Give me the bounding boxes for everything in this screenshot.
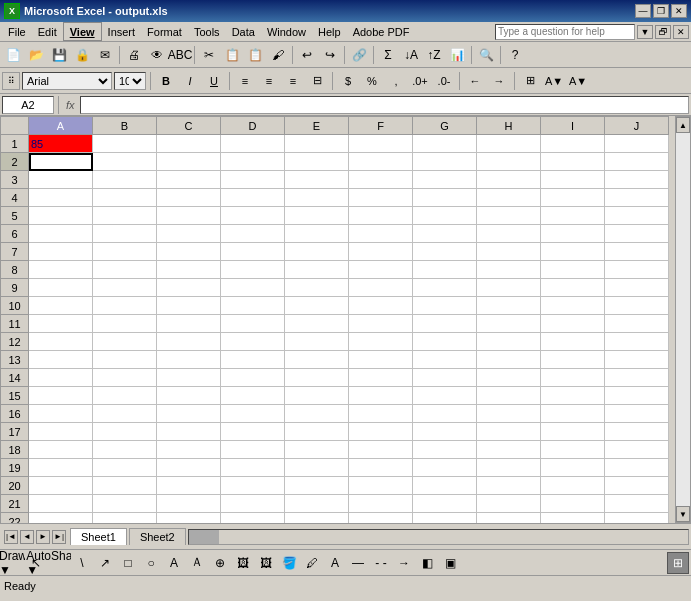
cell-E14[interactable] (285, 369, 349, 387)
cell-I2[interactable] (541, 153, 605, 171)
italic-button[interactable]: I (179, 71, 201, 91)
cell-B9[interactable] (93, 279, 157, 297)
cell-I7[interactable] (541, 243, 605, 261)
cell-C20[interactable] (157, 477, 221, 495)
cell-G10[interactable] (413, 297, 477, 315)
cell-I6[interactable] (541, 225, 605, 243)
cell-I8[interactable] (541, 261, 605, 279)
cell-J1[interactable] (605, 135, 669, 153)
cell-J5[interactable] (605, 207, 669, 225)
cell-E15[interactable] (285, 387, 349, 405)
cell-H1[interactable] (477, 135, 541, 153)
cell-H18[interactable] (477, 441, 541, 459)
cell-G11[interactable] (413, 315, 477, 333)
new-button[interactable]: 📄 (2, 44, 24, 66)
cell-E18[interactable] (285, 441, 349, 459)
comma-button[interactable]: , (385, 71, 407, 91)
cell-H20[interactable] (477, 477, 541, 495)
fill-color-button[interactable]: A▼ (543, 71, 565, 91)
cell-C4[interactable] (157, 189, 221, 207)
cell-F22[interactable] (349, 513, 413, 524)
cell-C21[interactable] (157, 495, 221, 513)
cell-J11[interactable] (605, 315, 669, 333)
menu-file[interactable]: File (2, 22, 32, 41)
cell-A15[interactable] (29, 387, 93, 405)
sheet-first-button[interactable]: |◄ (4, 530, 18, 544)
clipart-button[interactable]: 🖼 (232, 552, 254, 574)
cell-F14[interactable] (349, 369, 413, 387)
cell-I4[interactable] (541, 189, 605, 207)
cell-J21[interactable] (605, 495, 669, 513)
cell-F2[interactable] (349, 153, 413, 171)
font-name-select[interactable]: Arial (22, 72, 112, 90)
cell-H11[interactable] (477, 315, 541, 333)
inner-restore-button[interactable]: 🗗 (655, 25, 671, 39)
cell-C22[interactable] (157, 513, 221, 524)
row-header-5[interactable]: 5 (1, 207, 29, 225)
menu-tools[interactable]: Tools (188, 22, 226, 41)
cell-G16[interactable] (413, 405, 477, 423)
cell-I12[interactable] (541, 333, 605, 351)
row-header-9[interactable]: 9 (1, 279, 29, 297)
align-left-button[interactable]: ≡ (234, 71, 256, 91)
align-center-button[interactable]: ≡ (258, 71, 280, 91)
rect-button[interactable]: □ (117, 552, 139, 574)
cell-A14[interactable] (29, 369, 93, 387)
row-header-10[interactable]: 10 (1, 297, 29, 315)
col-header-f[interactable]: F (349, 117, 413, 135)
currency-button[interactable]: $ (337, 71, 359, 91)
row-header-11[interactable]: 11 (1, 315, 29, 333)
cell-B10[interactable] (93, 297, 157, 315)
row-header-20[interactable]: 20 (1, 477, 29, 495)
cell-B19[interactable] (93, 459, 157, 477)
cell-H5[interactable] (477, 207, 541, 225)
cell-H15[interactable] (477, 387, 541, 405)
cell-C18[interactable] (157, 441, 221, 459)
cell-C3[interactable] (157, 171, 221, 189)
cell-I20[interactable] (541, 477, 605, 495)
cell-C13[interactable] (157, 351, 221, 369)
cell-B5[interactable] (93, 207, 157, 225)
sheet-tab-sheet2[interactable]: Sheet2 (129, 528, 186, 545)
format-painter-button[interactable]: 🖌 (267, 44, 289, 66)
cell-I21[interactable] (541, 495, 605, 513)
cell-F4[interactable] (349, 189, 413, 207)
cell-B12[interactable] (93, 333, 157, 351)
arrow-button[interactable]: ↗ (94, 552, 116, 574)
cell-F5[interactable] (349, 207, 413, 225)
cell-F11[interactable] (349, 315, 413, 333)
permission-button[interactable]: 🔒 (71, 44, 93, 66)
cell-A3[interactable] (29, 171, 93, 189)
cell-B21[interactable] (93, 495, 157, 513)
cell-A17[interactable] (29, 423, 93, 441)
cell-J22[interactable] (605, 513, 669, 524)
cell-J9[interactable] (605, 279, 669, 297)
cell-G7[interactable] (413, 243, 477, 261)
cell-B2[interactable] (93, 153, 157, 171)
cell-H21[interactable] (477, 495, 541, 513)
cell-E2[interactable] (285, 153, 349, 171)
restore-button[interactable]: ❐ (653, 4, 669, 18)
cell-A1[interactable]: 85 (29, 135, 93, 153)
cell-A2[interactable] (29, 153, 93, 171)
textbox-button[interactable]: A (163, 552, 185, 574)
cell-D14[interactable] (221, 369, 285, 387)
cell-C12[interactable] (157, 333, 221, 351)
cell-D6[interactable] (221, 225, 285, 243)
sort-asc-button[interactable]: ↓A (400, 44, 422, 66)
close-button[interactable]: ✕ (671, 4, 687, 18)
open-button[interactable]: 📂 (25, 44, 47, 66)
cell-E13[interactable] (285, 351, 349, 369)
cell-D17[interactable] (221, 423, 285, 441)
cell-J2[interactable] (605, 153, 669, 171)
cell-G9[interactable] (413, 279, 477, 297)
col-header-e[interactable]: E (285, 117, 349, 135)
line-color-button[interactable]: 🖊 (301, 552, 323, 574)
col-header-i[interactable]: I (541, 117, 605, 135)
row-header-22[interactable]: 22 (1, 513, 29, 524)
cell-A4[interactable] (29, 189, 93, 207)
sort-desc-button[interactable]: ↑Z (423, 44, 445, 66)
cell-J15[interactable] (605, 387, 669, 405)
decrease-decimal-button[interactable]: .0- (433, 71, 455, 91)
grid-button[interactable]: ⊞ (667, 552, 689, 574)
